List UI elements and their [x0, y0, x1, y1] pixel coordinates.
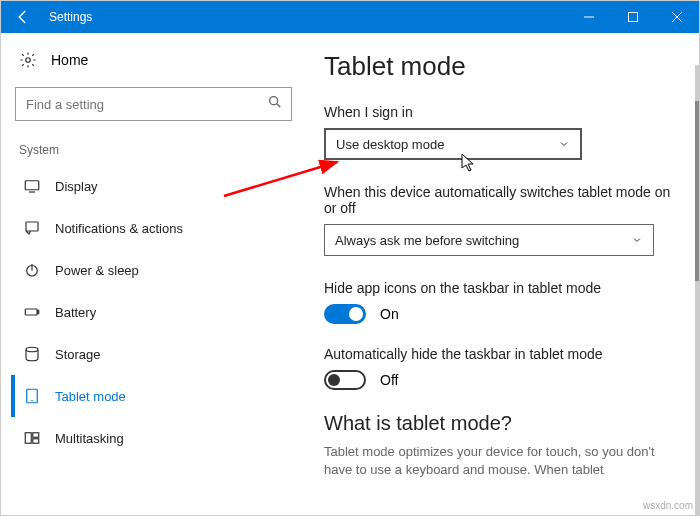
- what-heading: What is tablet mode?: [324, 412, 679, 435]
- sidebar-item-battery[interactable]: Battery: [11, 291, 292, 333]
- search-input[interactable]: [15, 87, 292, 121]
- sidebar-item-multitasking[interactable]: Multitasking: [11, 417, 292, 459]
- what-description: Tablet mode optimizes your device for to…: [324, 443, 679, 479]
- sidebar-item-label: Power & sleep: [55, 263, 139, 278]
- signin-label: When I sign in: [324, 104, 679, 120]
- battery-icon: [23, 303, 41, 321]
- sidebar: Home System Display Notifications & acti…: [1, 33, 306, 515]
- notifications-icon: [23, 219, 41, 237]
- sidebar-item-notifications[interactable]: Notifications & actions: [11, 207, 292, 249]
- sidebar-item-display[interactable]: Display: [11, 165, 292, 207]
- sidebar-item-label: Tablet mode: [55, 389, 126, 404]
- page-title: Tablet mode: [324, 51, 679, 82]
- search-field[interactable]: [26, 97, 267, 112]
- gear-icon: [19, 51, 37, 69]
- chevron-down-icon: [558, 138, 570, 150]
- sidebar-item-label: Notifications & actions: [55, 221, 183, 236]
- svg-point-14: [26, 347, 38, 352]
- svg-rect-7: [25, 181, 39, 190]
- tablet-icon: [23, 387, 41, 405]
- close-button[interactable]: [655, 1, 699, 33]
- svg-point-5: [270, 97, 278, 105]
- main-panel: Tablet mode When I sign in Use desktop m…: [306, 33, 699, 515]
- svg-rect-19: [33, 439, 39, 444]
- sidebar-item-tablet-mode[interactable]: Tablet mode: [11, 375, 292, 417]
- storage-icon: [23, 345, 41, 363]
- window-title: Settings: [45, 10, 567, 24]
- svg-rect-18: [33, 433, 39, 438]
- svg-point-4: [26, 58, 31, 63]
- signin-value: Use desktop mode: [336, 137, 444, 152]
- svg-rect-17: [25, 433, 31, 444]
- power-icon: [23, 261, 41, 279]
- sidebar-item-label: Battery: [55, 305, 96, 320]
- chevron-down-icon: [631, 234, 643, 246]
- sidebar-item-label: Storage: [55, 347, 101, 362]
- hide-icons-state: On: [380, 306, 399, 322]
- svg-rect-1: [629, 13, 638, 22]
- hide-icons-toggle[interactable]: [324, 304, 366, 324]
- sidebar-item-storage[interactable]: Storage: [11, 333, 292, 375]
- svg-rect-9: [26, 222, 38, 231]
- hide-taskbar-state: Off: [380, 372, 398, 388]
- maximize-button[interactable]: [611, 1, 655, 33]
- svg-rect-13: [37, 311, 39, 314]
- back-button[interactable]: [1, 1, 45, 33]
- switch-dropdown[interactable]: Always ask me before switching: [324, 224, 654, 256]
- sidebar-item-label: Display: [55, 179, 98, 194]
- hide-taskbar-toggle[interactable]: [324, 370, 366, 390]
- section-header-system: System: [15, 143, 292, 157]
- svg-line-6: [277, 104, 281, 108]
- sidebar-item-label: Multitasking: [55, 431, 124, 446]
- switch-label: When this device automatically switches …: [324, 184, 679, 216]
- sidebar-item-home[interactable]: Home: [15, 51, 292, 69]
- scrollbar-thumb[interactable]: [695, 101, 699, 281]
- sidebar-item-power-sleep[interactable]: Power & sleep: [11, 249, 292, 291]
- watermark: wsxdn.com: [643, 500, 693, 511]
- hide-taskbar-label: Automatically hide the taskbar in tablet…: [324, 346, 679, 362]
- hide-icons-label: Hide app icons on the taskbar in tablet …: [324, 280, 679, 296]
- svg-rect-12: [25, 309, 37, 315]
- signin-dropdown[interactable]: Use desktop mode: [324, 128, 582, 160]
- home-label: Home: [51, 52, 88, 68]
- display-icon: [23, 177, 41, 195]
- minimize-button[interactable]: [567, 1, 611, 33]
- multitasking-icon: [23, 429, 41, 447]
- search-icon: [267, 94, 283, 114]
- switch-value: Always ask me before switching: [335, 233, 519, 248]
